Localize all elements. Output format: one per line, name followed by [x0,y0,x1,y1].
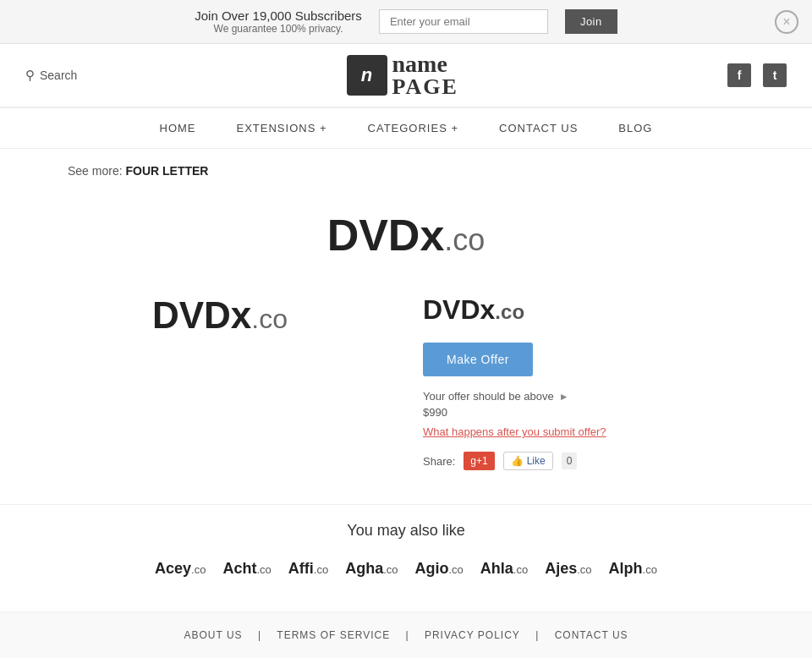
similar-name: Ajes [545,560,577,577]
similar-name: Agha [345,560,383,577]
logo-letter: n [361,64,372,86]
share-label: Share: [423,455,455,468]
footer-links: ABOUT US | TERMS OF SERVICE | PRIVACY PO… [0,611,812,658]
banner-subline: We guarantee 100% privacy. [195,23,362,35]
nav-extensions[interactable]: EXTENSIONS + [217,108,348,148]
nav-home[interactable]: HOME [140,108,217,148]
fb-count: 0 [562,452,578,469]
similar-ext: .co [513,563,528,576]
similar-ext: .co [448,563,463,576]
footer-separator: | [402,629,413,641]
header-social: f t [727,63,787,87]
similar-domain-item[interactable]: Agio.co [414,560,463,578]
similar-domain-item[interactable]: Agha.co [345,560,398,578]
domain-image-col: DVDx.co [51,286,389,470]
offer-note-text: Your offer should be above [423,390,554,403]
content-area: DVDx.co DVDx.co Make Offer Your offer sh… [0,286,812,504]
nav-categories[interactable]: CATEGORIES + [348,108,479,148]
similar-ext: .co [314,563,328,576]
similar-grid: Acey.coAcht.coAffi.coAgha.coAgio.coAhla.… [51,560,761,578]
header: ⚲ Search n name PAGE f t [0,44,812,107]
footer-link[interactable]: TERMS OF SERVICE [277,629,390,641]
footer-separator: | [532,629,543,641]
domain-image: DVDx.co [152,294,288,337]
similar-domain-item[interactable]: Ahla.co [480,560,528,578]
footer-link[interactable]: ABOUT US [184,629,242,641]
twitter-icon[interactable]: t [763,63,787,87]
offer-note: Your offer should be above ► [423,390,761,403]
close-icon: × [782,14,790,30]
similar-section: You may also like Acey.coAcht.coAffi.coA… [0,504,812,611]
similar-domain-item[interactable]: Acey.co [155,560,206,578]
similar-name: Alph [609,560,643,577]
domain-name-part: DVDx [327,211,445,260]
similar-title: You may also like [51,522,761,540]
logo-page: PAGE [392,76,458,98]
domain-title: DVDx.co [423,294,761,326]
breadcrumb: See more: FOUR LETTER [0,149,812,193]
logo-name: name [392,52,458,76]
similar-name: Acht [222,560,256,577]
nav-contact[interactable]: CONTACT US [479,108,598,148]
fb-thumb-icon: 👍 [511,455,524,467]
logo-text: name PAGE [392,52,458,98]
top-banner: Join Over 19,000 Subscribers We guarante… [0,0,812,44]
similar-domain-item[interactable]: Alph.co [609,560,657,578]
join-button[interactable]: Join [565,9,617,34]
google-plus-button[interactable]: g+1 [464,452,494,470]
offer-link[interactable]: What happens after you submit offer? [423,425,761,438]
make-offer-button[interactable]: Make Offer [423,343,533,376]
domain-ext-part: .co [444,222,485,257]
similar-domain-item[interactable]: Acht.co [222,560,271,578]
similar-ext: .co [256,563,271,576]
similar-name: Acey [155,560,191,577]
similar-ext: .co [383,563,398,576]
facebook-like-button[interactable]: 👍 Like [503,452,553,470]
similar-ext: .co [643,563,657,576]
similar-ext: .co [577,563,591,576]
search-icon: ⚲ [25,68,35,83]
footer-link[interactable]: CONTACT US [555,629,628,641]
banner-text: Join Over 19,000 Subscribers We guarante… [195,8,362,35]
email-input[interactable] [379,9,548,34]
fb-like-label: Like [527,455,546,467]
main-nav: HOME EXTENSIONS + CATEGORIES + CONTACT U… [0,107,812,149]
gplus-label: g+1 [470,455,487,467]
logo[interactable]: n name PAGE [347,52,458,98]
logo-icon-box: n [347,55,387,96]
domain-name-text: DVDx [423,294,495,325]
domain-ext-text: .co [495,300,524,323]
domain-detail-col: DVDx.co Make Offer Your offer should be … [423,286,761,470]
similar-domain-item[interactable]: Affi.co [288,560,328,578]
similar-domain-item[interactable]: Ajes.co [545,560,591,578]
similar-name: Agio [414,560,448,577]
similar-ext: .co [191,563,206,576]
offer-price: $990 [423,406,761,419]
search-label: Search [40,69,77,82]
search-trigger[interactable]: ⚲ Search [25,68,77,83]
footer-link[interactable]: PRIVACY POLICY [425,629,520,641]
domain-logo: DVDx.co [0,210,812,260]
breadcrumb-prefix: See more: [68,164,123,178]
domain-display: DVDx.co [0,193,812,286]
similar-name: Affi [288,560,314,577]
share-area: Share: g+1 👍 Like 0 [423,452,761,470]
banner-headline: Join Over 19,000 Subscribers [195,8,362,23]
facebook-icon[interactable]: f [727,63,751,87]
close-banner-button[interactable]: × [775,10,798,34]
nav-blog[interactable]: BLOG [598,108,672,148]
breadcrumb-link[interactable]: FOUR LETTER [125,164,208,178]
similar-name: Ahla [480,560,513,577]
footer-copyright: © 2017 Namepage. [0,658,812,669]
arrow-icon: ► [559,391,569,403]
footer-separator: | [255,629,266,641]
